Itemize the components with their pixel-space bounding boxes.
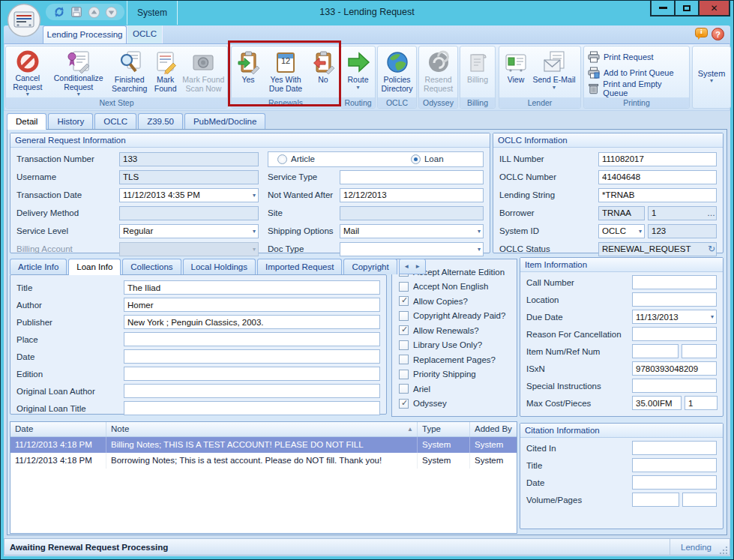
note-row[interactable]: 11/12/2013 4:18 PM Borrowing Notes; This…	[10, 453, 517, 469]
cited-in-input[interactable]	[632, 441, 717, 455]
oclc-number-input[interactable]	[598, 170, 717, 184]
save-button[interactable]	[70, 5, 83, 19]
cancel-request-button[interactable]: Cancel Request▾	[7, 48, 49, 97]
tab-collections[interactable]: Collections	[122, 259, 181, 274]
route-button[interactable]: Route▾	[342, 48, 374, 97]
isxn-input[interactable]	[632, 361, 717, 376]
reason-for-cancellation-input[interactable]	[632, 327, 717, 341]
delivery-method-input[interactable]	[119, 206, 259, 220]
not-wanted-after-input[interactable]	[340, 188, 484, 202]
refresh-status-icon[interactable]: ↻	[708, 244, 715, 254]
module-badge: Lending	[670, 539, 719, 555]
pieces-input[interactable]	[685, 396, 718, 410]
location-input[interactable]	[632, 292, 717, 307]
print-request-button[interactable]: Print Request	[585, 50, 688, 64]
copyright-already-paid-checkbox[interactable]: ✓Copyright Already Paid?	[399, 309, 510, 324]
tab-copyright[interactable]: Copyright	[343, 259, 397, 274]
transaction-date-combo[interactable]: ▾	[119, 188, 259, 202]
citation-title-input[interactable]	[632, 458, 717, 472]
radio-loan[interactable]: Loan	[411, 154, 444, 164]
max-cost-input[interactable]	[632, 396, 682, 410]
ellipsis-button[interactable]: …	[707, 208, 715, 218]
close-button[interactable]: ✕	[698, 1, 730, 16]
system-id-combo[interactable]: ▾	[598, 224, 645, 238]
help-button[interactable]: ?	[712, 28, 724, 40]
borrower-sequence-field[interactable]: …	[648, 206, 717, 220]
conditionalize-request-button[interactable]: Conditionalize Request▾	[49, 48, 109, 97]
odyssey-checkbox[interactable]: ✓Odyssey	[399, 397, 510, 412]
column-header-type[interactable]: Type	[418, 422, 470, 436]
note-row[interactable]: 11/12/2013 4:18 PM Billing Notes; THIS I…	[10, 437, 517, 453]
volume-input[interactable]	[632, 493, 679, 507]
renew-yes-button[interactable]: Yes	[234, 48, 262, 97]
renew-no-button[interactable]: No	[309, 48, 337, 97]
edition-input[interactable]	[124, 367, 380, 381]
policies-directory-button[interactable]: Policies Directory	[379, 48, 415, 97]
tab-pubmed-docline[interactable]: PubMed/Docline	[184, 113, 265, 129]
publisher-input[interactable]	[124, 315, 380, 329]
tab-loan-info[interactable]: Loan Info	[68, 259, 121, 275]
tab-article-info[interactable]: Article Info	[10, 259, 67, 274]
tab-oclc-detail[interactable]: OCLC	[94, 113, 136, 129]
author-input[interactable]	[124, 298, 380, 312]
maximize-button[interactable]	[674, 1, 700, 16]
accept-non-english-checkbox[interactable]: ✓Accept Non English	[399, 280, 510, 295]
borrower-symbol-input[interactable]	[598, 206, 645, 220]
lending-string-input[interactable]	[598, 188, 717, 202]
system-menu-button[interactable]: System ▾	[693, 46, 730, 105]
citation-date-input[interactable]	[632, 475, 717, 490]
renew-yes-with-due-date-button[interactable]: 12 Yes With Due Date	[262, 48, 309, 97]
tab-scroll-right-icon[interactable]: ►	[415, 263, 421, 270]
call-number-input[interactable]	[632, 275, 717, 289]
tab-oclc[interactable]: OCLC	[127, 25, 163, 43]
pages-input[interactable]	[682, 493, 717, 507]
mark-found-button[interactable]: Mark Found	[150, 48, 180, 97]
tab-history[interactable]: History	[48, 113, 93, 129]
tab-lending-processing[interactable]: Lending Processing	[43, 25, 127, 43]
allow-renewals-checkbox[interactable]: ✓Allow Renewals?	[399, 323, 510, 338]
doc-type-combo[interactable]: ▾	[340, 242, 484, 256]
due-date-combo[interactable]: ▾	[632, 310, 717, 324]
send-email-button[interactable]: Send E-Mail▾	[530, 48, 578, 97]
print-and-empty-queue-button[interactable]: Print and Empty Queue	[585, 82, 688, 96]
column-header-date[interactable]: Date	[10, 422, 106, 436]
shipping-options-combo[interactable]: ▾	[340, 224, 484, 238]
date-input[interactable]	[124, 349, 380, 364]
title-input[interactable]	[124, 280, 380, 295]
column-header-added-by[interactable]: Added By	[470, 422, 517, 436]
username-input[interactable]	[119, 170, 259, 184]
minimize-button[interactable]	[650, 1, 676, 16]
allow-copies-checkbox[interactable]: ✓Allow Copies?	[399, 294, 510, 309]
transaction-number-input[interactable]	[119, 152, 259, 166]
refresh-button[interactable]	[52, 5, 66, 19]
replacement-pages-checkbox[interactable]: ✓Replacement Pages?	[399, 352, 510, 367]
special-instructions-input[interactable]	[632, 379, 717, 393]
resize-grip[interactable]	[719, 546, 728, 555]
priority-shipping-checkbox[interactable]: ✓Priority Shipping	[399, 367, 510, 382]
tab-z3950[interactable]: Z39.50	[138, 113, 183, 129]
tab-detail[interactable]: Detail	[7, 113, 46, 130]
tab-local-holdings[interactable]: Local Holdings	[183, 259, 256, 274]
tab-scroll-left-icon[interactable]: ◄	[403, 263, 409, 270]
original-loan-title-input[interactable]	[124, 401, 380, 415]
ariel-checkbox[interactable]: ✓Ariel	[399, 382, 510, 397]
original-loan-author-input[interactable]	[124, 384, 380, 398]
site-input[interactable]	[340, 206, 484, 220]
item-num-input[interactable]	[632, 344, 679, 358]
ref-num-input[interactable]	[682, 344, 717, 358]
about-button[interactable]: i	[695, 28, 708, 40]
add-to-print-queue-button[interactable]: Add to Print Queue	[585, 66, 688, 80]
library-use-only-checkbox[interactable]: ✓Library Use Only?	[399, 338, 510, 353]
ill-number-input[interactable]	[598, 152, 717, 166]
tab-scroll-buttons[interactable]: ◄ ►	[399, 259, 426, 274]
column-header-note[interactable]: Note▲	[106, 422, 418, 436]
application-menu-button[interactable]	[7, 3, 41, 37]
service-type-input[interactable]	[340, 170, 484, 184]
view-lender-button[interactable]: View	[502, 48, 530, 97]
tab-imported-request[interactable]: Imported Request	[257, 259, 342, 274]
radio-article[interactable]: Article	[277, 154, 315, 164]
system-id-number-input[interactable]	[648, 224, 717, 238]
finished-searching-button[interactable]: Finished Searching	[109, 48, 151, 97]
service-level-combo[interactable]: ▾	[119, 224, 259, 238]
place-input[interactable]	[124, 332, 380, 346]
